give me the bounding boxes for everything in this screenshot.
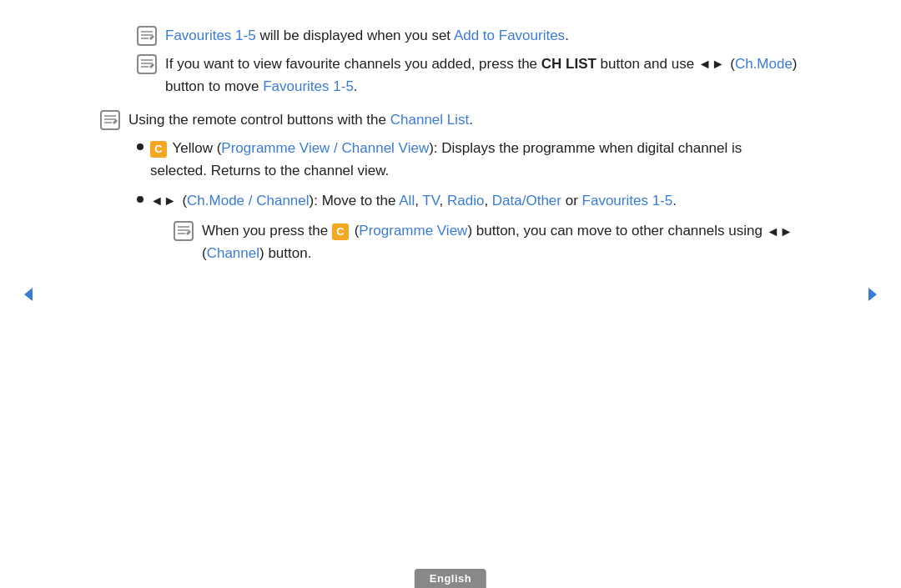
note-2-text2: button and use: [596, 56, 698, 72]
comma2: ,: [440, 193, 447, 209]
section-2-intro: Using the remote control buttons with th…: [100, 109, 801, 131]
favourites-link-1: Favourites 1-5: [165, 28, 256, 43]
bullet-list: C Yellow (Programme View / Channel View)…: [137, 138, 801, 264]
svg-marker-1: [868, 288, 877, 301]
radio-link: Radio: [447, 193, 484, 209]
ch-mode-link-1: Ch.Mode: [735, 56, 793, 72]
note-icon-3: [100, 110, 120, 130]
bullet-2-text1: ): Move to the: [310, 193, 400, 209]
bullet-dot-2: [137, 196, 143, 203]
subnote-text2: button, you can move to other channels u…: [472, 223, 767, 239]
bullet-1-text: C Yellow (Programme View / Channel View)…: [150, 138, 801, 182]
yellow-c-box-1: C: [150, 141, 167, 158]
bullet-2-text2: or: [561, 193, 582, 209]
intro-text1: Using the remote control buttons with th…: [128, 112, 390, 128]
data-other-link: Data/Other: [492, 193, 561, 209]
add-to-favourites-link: Add to Favourites: [454, 28, 565, 43]
intro-text: Using the remote control buttons with th…: [128, 109, 473, 131]
ch-list-bold: CH LIST: [541, 56, 596, 72]
note-1-middle: will be displayed when you set: [256, 28, 454, 43]
prog-view-link-1: Programme View / Channel View: [221, 140, 429, 156]
note-2-text4: .: [354, 78, 358, 94]
prog-view-link-2: Programme View: [359, 223, 467, 239]
arrow-lr-3: ◄►: [767, 222, 793, 243]
note-icon-1: [137, 26, 157, 46]
note-2-text3: button to move: [165, 78, 263, 94]
subnote-text3: button.: [264, 245, 312, 261]
bullet-dot-1: [137, 143, 143, 150]
tv-link: TV: [422, 193, 439, 209]
all-link: All: [399, 193, 415, 209]
comma3: ,: [484, 193, 491, 209]
favourites-link-3: Favourites 1-5: [582, 193, 673, 209]
page-content: Favourites 1-5 will be displayed when yo…: [100, 25, 801, 546]
section-2: Using the remote control buttons with th…: [100, 109, 801, 264]
note-icon-2: [137, 54, 157, 74]
prev-page-button[interactable]: [17, 282, 42, 307]
bullet-2-text: ◄► (Ch.Mode / Channel): Move to the All,…: [150, 190, 801, 212]
ch-mode-channel-link: Ch.Mode / Channel: [187, 193, 309, 209]
note-2-text1: If you want to view favourite channels y…: [165, 56, 541, 72]
svg-marker-0: [24, 288, 33, 301]
sub-note-row: When you press the C (Programme View) bu…: [174, 220, 801, 264]
note-1-end: .: [565, 28, 569, 43]
comma1: ,: [415, 193, 422, 209]
arrow-lr-1: ◄►: [698, 54, 725, 75]
note-row-1: Favourites 1-5 will be displayed when yo…: [137, 25, 801, 47]
bullet-item-2: ◄► (Ch.Mode / Channel): Move to the All,…: [137, 190, 801, 212]
note-row-2: If you want to view favourite channels y…: [137, 53, 801, 98]
note-icon-4: [174, 221, 194, 241]
bullet-1-text1: Yellow (: [169, 140, 221, 156]
yellow-c-box-2: C: [332, 224, 349, 240]
sub-note-text: When you press the C (Programme View) bu…: [202, 220, 801, 264]
note-2-text: If you want to view favourite channels y…: [165, 53, 801, 98]
intro-text2: .: [469, 112, 473, 128]
favourites-link-2: Favourites 1-5: [263, 78, 354, 94]
note-1-text: Favourites 1-5 will be displayed when yo…: [165, 25, 569, 47]
arrow-lr-2: ◄►: [150, 191, 177, 212]
channel-list-link: Channel List: [390, 112, 470, 128]
bullet-2-text3: .: [672, 193, 677, 209]
next-page-button[interactable]: [859, 282, 884, 307]
section-1: Favourites 1-5 will be displayed when yo…: [100, 25, 801, 98]
channel-link: Channel: [207, 245, 259, 261]
subnote-text1: When you press the: [202, 223, 332, 239]
bullet-item-1: C Yellow (Programme View / Channel View)…: [137, 138, 801, 182]
language-label: English: [415, 569, 486, 588]
